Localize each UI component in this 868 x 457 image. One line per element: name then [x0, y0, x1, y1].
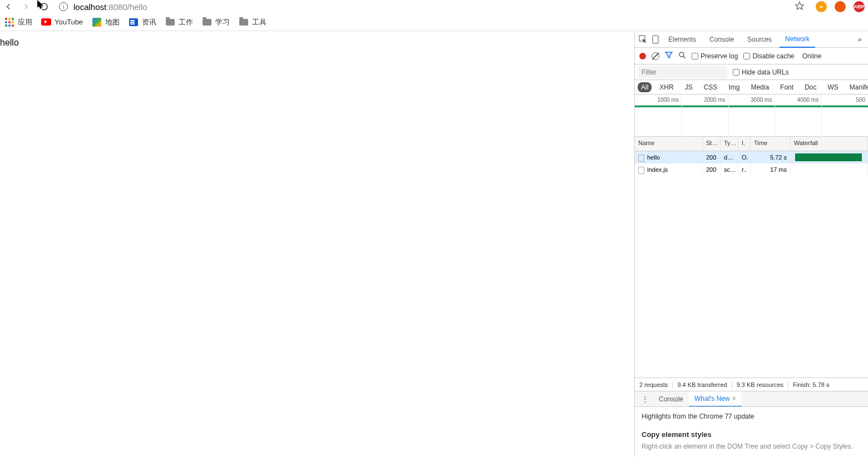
back-button[interactable] — [3, 2, 13, 12]
device-icon[interactable] — [650, 34, 660, 44]
type-filter-row: All XHR JS CSS Img Media Font Doc WS Man… — [635, 80, 868, 95]
network-toolbar: Preserve log Disable cache Online — [635, 48, 868, 64]
status-requests: 2 requests — [639, 381, 673, 388]
drawer-tab-console[interactable]: Console — [653, 391, 689, 407]
status-finish: Finish: 5.78 s — [793, 381, 834, 388]
bookmark-folder-work[interactable]: 工作 — [165, 17, 193, 27]
bookmark-label: YouTube — [55, 18, 83, 26]
type-img[interactable]: Img — [725, 82, 743, 92]
tab-elements[interactable]: Elements — [663, 31, 702, 48]
request-type: d… — [721, 151, 738, 163]
drawer-tab-whatsnew[interactable]: What's New× — [689, 391, 742, 407]
address-bar[interactable]: i localhost:8080/hello — [57, 2, 787, 12]
throttling-select[interactable]: Online — [802, 52, 822, 60]
timeline-tick: 3000 ms — [728, 95, 775, 105]
bookmark-apps[interactable]: 应用 — [4, 17, 32, 27]
type-doc[interactable]: Doc — [801, 82, 820, 92]
bookmark-news[interactable]: 资讯 — [129, 17, 156, 27]
record-button[interactable] — [639, 53, 646, 59]
page-text: hello — [0, 38, 19, 47]
bookmark-folder-tools[interactable]: 工具 — [239, 17, 267, 27]
col-time[interactable]: Time — [751, 137, 791, 151]
url-text: localhost:8080/hello — [73, 2, 147, 12]
file-icon — [638, 167, 644, 174]
cursor-icon — [37, 0, 45, 10]
tip-body: Right-click an element in the DOM Tree a… — [642, 442, 861, 451]
tab-network[interactable]: Network — [780, 31, 815, 48]
svg-rect-1 — [653, 36, 658, 43]
request-time: 5.72 s — [751, 151, 791, 163]
type-css[interactable]: CSS — [701, 82, 721, 92]
request-row[interactable]: index.js 200 sc… r.. 17 ms — [635, 163, 868, 176]
request-status: 200 — [703, 163, 721, 176]
clear-button[interactable] — [652, 52, 659, 60]
type-media[interactable]: Media — [747, 82, 772, 92]
timeline-tick: 4000 ms — [775, 95, 821, 105]
request-name: hello — [647, 154, 660, 161]
bookmark-label: 学习 — [215, 17, 230, 27]
type-font[interactable]: Font — [777, 82, 797, 92]
request-initiator: r.. — [738, 163, 751, 176]
tab-sources[interactable]: Sources — [742, 31, 777, 48]
filter-input[interactable] — [638, 66, 727, 78]
col-type[interactable]: Ty… — [721, 137, 738, 151]
tab-console[interactable]: Console — [704, 31, 739, 48]
youtube-icon — [41, 18, 51, 26]
waterfall-bar — [795, 153, 862, 161]
col-waterfall[interactable]: Waterfall — [791, 137, 868, 151]
bookmark-star-icon[interactable] — [795, 1, 805, 13]
col-initiator[interactable]: I. — [738, 137, 751, 151]
request-grid-header: Name St… Ty… I. Time Waterfall — [635, 137, 868, 151]
bookmark-bar: 应用 YouTube 地图 资讯 工作 学习 工具 — [0, 13, 868, 31]
hide-data-urls-checkbox[interactable]: Hide data URLs — [733, 68, 789, 76]
page-content: hello — [0, 31, 634, 457]
type-ws[interactable]: WS — [824, 82, 841, 92]
disable-cache-checkbox[interactable]: Disable cache — [743, 52, 794, 60]
type-all[interactable]: All — [638, 82, 652, 92]
col-name[interactable]: Name — [635, 137, 703, 151]
bookmark-label: 工作 — [179, 17, 193, 27]
bookmark-maps[interactable]: 地图 — [92, 17, 120, 27]
type-js[interactable]: JS — [682, 82, 696, 92]
reload-button[interactable] — [39, 2, 49, 12]
apps-icon — [5, 18, 14, 27]
request-time: 17 ms — [751, 163, 791, 176]
request-status: 200 — [703, 151, 721, 163]
bookmark-folder-study[interactable]: 学习 — [202, 17, 230, 27]
maps-icon — [92, 18, 101, 27]
extension-icon-1[interactable]: ∞ — [816, 1, 827, 12]
type-xhr[interactable]: XHR — [656, 82, 677, 92]
drawer-content: Highlights from the Chrome 77 update Cop… — [635, 406, 868, 457]
svg-point-2 — [679, 52, 684, 57]
col-status[interactable]: St… — [703, 137, 721, 151]
request-name: index.js — [647, 166, 668, 173]
type-manifest[interactable]: Manifest — [846, 82, 868, 92]
file-icon — [638, 155, 644, 162]
drawer-headline: Highlights from the Chrome 77 update — [642, 413, 861, 420]
request-row[interactable]: hello 200 d… O. 5.72 s — [635, 151, 868, 163]
status-resources: 9.3 KB resources — [737, 381, 788, 388]
status-transferred: 9.4 KB transferred — [677, 381, 732, 388]
bookmark-label: 应用 — [18, 17, 32, 27]
preserve-log-checkbox[interactable]: Preserve log — [692, 52, 738, 60]
request-type: sc… — [721, 163, 738, 176]
bookmark-label: 工具 — [252, 17, 267, 27]
bookmark-youtube[interactable]: YouTube — [41, 17, 83, 27]
extension-icon-abp[interactable]: ABP — [854, 1, 865, 12]
close-icon[interactable]: × — [732, 395, 736, 403]
news-icon — [129, 18, 138, 26]
timeline-tick: 500 — [821, 95, 868, 105]
search-icon[interactable] — [678, 51, 686, 61]
filter-row: Hide data URLs — [635, 64, 868, 80]
site-info-icon[interactable]: i — [59, 2, 68, 11]
inspect-icon[interactable] — [638, 34, 648, 44]
extension-icon-2[interactable] — [835, 1, 846, 12]
drawer-tabs: ⋮ Console What's New× — [635, 391, 868, 406]
timeline-overview[interactable]: 1000 ms 2000 ms 3000 ms 4000 ms 500 — [635, 95, 868, 137]
folder-icon — [166, 19, 175, 26]
folder-icon — [203, 19, 211, 26]
filter-toggle-icon[interactable] — [665, 51, 673, 61]
devtools-panel: Elements Console Sources Network » Prese… — [634, 31, 868, 457]
more-tabs-icon[interactable]: » — [855, 34, 865, 44]
drawer-menu-icon[interactable]: ⋮ — [637, 395, 653, 403]
